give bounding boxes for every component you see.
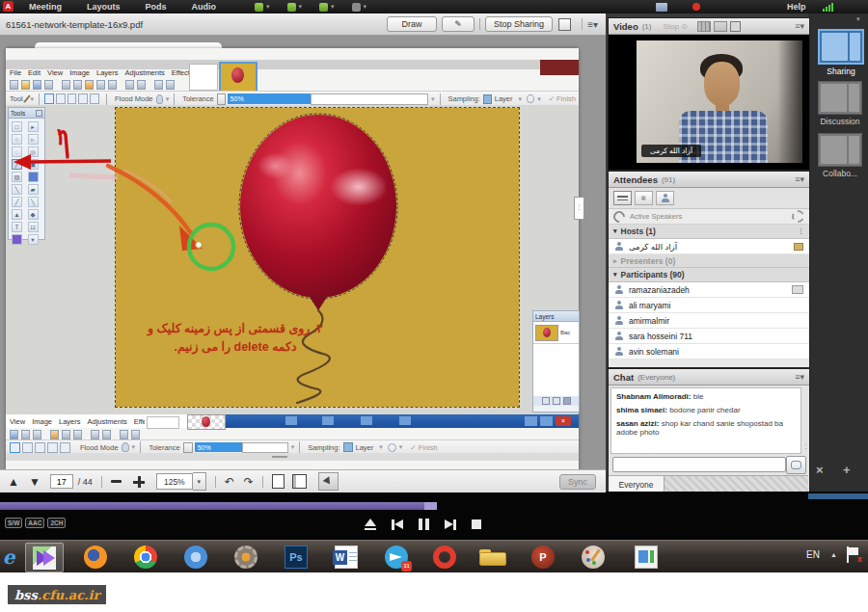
attendees-scrollbar[interactable]: ⋮ bbox=[798, 227, 804, 235]
stop-webcam-button[interactable]: Stop ⊙ bbox=[663, 22, 687, 31]
attendees-pod-header: Attendees (91) ≡▾ bbox=[609, 172, 809, 188]
editor2-menu: Effects bbox=[134, 417, 145, 426]
progress-handle[interactable] bbox=[424, 502, 437, 510]
page-up-icon[interactable]: ▲ bbox=[8, 475, 19, 489]
share-pod-header: 61561-network-template-16x9.pdf Draw ✎ S… bbox=[0, 13, 606, 36]
grid-view-icon[interactable] bbox=[697, 21, 711, 32]
stop-button[interactable] bbox=[472, 519, 481, 529]
taskbar-word-icon[interactable]: W bbox=[328, 543, 365, 571]
attendees-pod-menu-icon[interactable]: ≡▾ bbox=[795, 174, 804, 184]
raise-hand-icon[interactable] bbox=[352, 3, 361, 12]
connection-strength-icon[interactable] bbox=[822, 2, 833, 12]
host-row[interactable]: آزاد الله کرمی bbox=[609, 239, 809, 254]
rotate-cw-icon[interactable]: ↷ bbox=[244, 475, 254, 489]
participant-row[interactable]: ali maryami bbox=[609, 298, 809, 313]
video-fullscreen-icon[interactable] bbox=[730, 21, 741, 32]
taskbar-photoshop-icon[interactable]: Ps bbox=[278, 543, 314, 571]
page-number-input[interactable] bbox=[50, 474, 73, 489]
zoom-in-icon[interactable] bbox=[133, 476, 145, 488]
microphone-caret-icon[interactable]: ▾ bbox=[299, 3, 303, 11]
menu-meeting[interactable]: Meeting bbox=[29, 2, 62, 12]
sync-button[interactable]: Sync bbox=[559, 474, 596, 490]
participants-section-header[interactable]: ▾Participants (90) bbox=[609, 268, 809, 282]
page-down-icon[interactable]: ▼ bbox=[29, 475, 41, 489]
pointer-mode-button[interactable] bbox=[318, 472, 339, 491]
webcam-icon[interactable] bbox=[319, 3, 328, 12]
action-center-flag-icon[interactable]: x bbox=[847, 546, 860, 564]
player-progress-bar[interactable] bbox=[0, 502, 437, 510]
taskbar-opera-icon[interactable] bbox=[426, 543, 463, 571]
editor1-toolbar bbox=[10, 79, 424, 90]
layer-thumbnail bbox=[535, 325, 558, 341]
presenters-section-header[interactable]: ▸Presenters (0) bbox=[609, 254, 809, 268]
draw-button[interactable]: Draw bbox=[387, 16, 437, 32]
gear-icon[interactable] bbox=[792, 210, 804, 223]
taskbar-file-explorer-icon[interactable] bbox=[471, 543, 515, 571]
chat-input[interactable] bbox=[612, 457, 786, 472]
rotate-ccw-icon[interactable]: ↶ bbox=[225, 475, 234, 489]
send-message-button[interactable] bbox=[786, 456, 806, 474]
menu-help[interactable]: Help bbox=[787, 2, 806, 12]
chat-tab-everyone[interactable]: Everyone bbox=[609, 475, 665, 492]
attendee-status-view-button[interactable] bbox=[656, 191, 674, 205]
add-layout-icon[interactable]: + bbox=[843, 463, 851, 477]
delete-layout-icon[interactable]: × bbox=[816, 463, 824, 477]
video-pod-menu-icon[interactable]: ≡▾ bbox=[795, 21, 804, 31]
list-view-button[interactable] bbox=[613, 191, 632, 205]
webcam-frame: آزاد الله کرمی bbox=[637, 40, 802, 163]
taskbar-settings-gear-icon[interactable] bbox=[228, 543, 264, 571]
microphone-icon[interactable] bbox=[287, 3, 296, 12]
taskbar-display-tool-icon[interactable] bbox=[623, 543, 669, 571]
participant-row[interactable]: amirmalmir bbox=[609, 313, 809, 329]
editor-menu-view: View bbox=[47, 68, 63, 77]
taskbar-kmplayer-icon[interactable] bbox=[25, 543, 64, 572]
language-indicator[interactable]: EN bbox=[806, 549, 820, 560]
attendees-pod-title: Attendees bbox=[613, 174, 658, 185]
share-stage[interactable]: File Edit View Image Layers Adjustments … bbox=[0, 35, 606, 469]
menu-pods[interactable]: Pods bbox=[146, 2, 167, 12]
taskbar-psiphon-icon[interactable]: P bbox=[525, 543, 561, 571]
tray-expand-icon[interactable]: ▲ bbox=[830, 551, 837, 558]
participant-row[interactable]: avin solemani bbox=[609, 344, 809, 359]
stop-sharing-button[interactable]: Stop Sharing bbox=[485, 16, 553, 32]
two-page-icon[interactable] bbox=[292, 474, 307, 489]
chat-pod-menu-icon[interactable]: ≡▾ bbox=[795, 372, 804, 382]
fullscreen-icon[interactable] bbox=[558, 18, 571, 31]
taskbar-internet-explorer-icon[interactable]: e bbox=[0, 543, 27, 571]
share-pod-menu-icon[interactable]: ≡▾ bbox=[587, 19, 598, 30]
previous-button[interactable] bbox=[392, 519, 403, 530]
taskbar-paint-icon[interactable] bbox=[575, 543, 611, 571]
breakout-view-button[interactable]: ✲ bbox=[635, 191, 653, 205]
layout-collaboration-button[interactable]: Collabo... bbox=[818, 133, 862, 178]
layout-sharing-button[interactable]: Sharing bbox=[818, 29, 864, 76]
hosts-section-header[interactable]: ▾Hosts (1) ⋮ bbox=[609, 225, 809, 239]
menu-audio[interactable]: Audio bbox=[192, 2, 217, 12]
participant-row[interactable]: sara hosseini 711 bbox=[609, 329, 809, 344]
participant-name: ali maryami bbox=[629, 301, 670, 310]
eject-button[interactable] bbox=[365, 519, 376, 531]
single-page-icon[interactable] bbox=[272, 474, 285, 489]
taskbar-firefox-icon[interactable] bbox=[77, 543, 114, 571]
filmstrip-view-icon[interactable] bbox=[714, 21, 727, 32]
speaker-caret-icon[interactable]: ▾ bbox=[266, 3, 270, 11]
taskbar-telegram-icon[interactable]: 31 bbox=[378, 543, 415, 571]
taskbar-chrome-icon[interactable] bbox=[127, 543, 164, 571]
zoom-level-value[interactable]: 125% bbox=[156, 473, 193, 490]
pause-button[interactable] bbox=[419, 519, 429, 530]
webcam-caret-icon[interactable]: ▾ bbox=[331, 3, 335, 11]
menu-layouts[interactable]: Layouts bbox=[87, 2, 121, 12]
pointer-icon bbox=[323, 476, 334, 486]
speaker-icon[interactable] bbox=[255, 3, 263, 12]
pointer-tool-button[interactable]: ✎ bbox=[442, 16, 475, 32]
player-controls bbox=[365, 517, 497, 532]
layout-discussion-button[interactable]: Discussion bbox=[818, 81, 862, 126]
status-caret-icon[interactable]: ▾ bbox=[364, 3, 367, 11]
next-button[interactable] bbox=[445, 519, 456, 530]
taskbar-chromium-icon[interactable] bbox=[177, 543, 214, 571]
zoom-out-icon[interactable] bbox=[111, 480, 122, 483]
chat-scrollbar[interactable]: ⋮ bbox=[802, 442, 809, 450]
zoom-dropdown-caret[interactable]: ▾ bbox=[193, 472, 206, 491]
attendees-pod: Attendees (91) ≡▾ ✲ Active Speakers ▾Hos… bbox=[608, 171, 810, 368]
participant-row[interactable]: ramazaniazadeh bbox=[609, 282, 809, 298]
rail-caret-icon[interactable]: ▾ bbox=[856, 15, 860, 23]
